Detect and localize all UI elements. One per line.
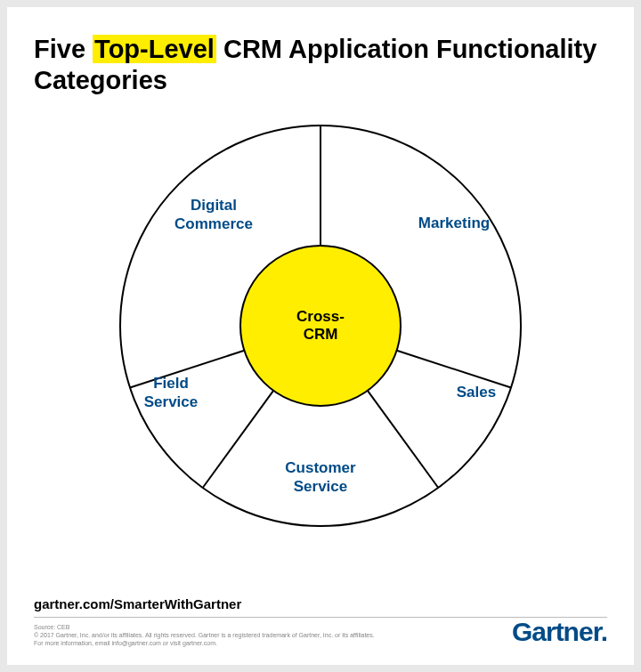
logo-text: Gartner: [512, 617, 601, 646]
footer-url: gartner.com/SmarterWithGartner: [34, 596, 607, 611]
footer-info: For more information, email info@gartner…: [34, 639, 408, 647]
page-title: Five Top-Level CRM Application Functiona…: [34, 34, 607, 96]
segment-field-service: FieldService: [144, 373, 199, 411]
logo-dot: .: [601, 617, 607, 646]
footer-copyright: © 2017 Gartner, Inc. and/or its affiliat…: [34, 631, 408, 639]
infographic-container: Five Top-Level CRM Application Functiona…: [7, 7, 634, 665]
title-pre: Five: [34, 35, 93, 63]
footer-source: Source: CEB: [34, 623, 408, 631]
diagram-wrap: Marketing Sales CustomerService FieldSer…: [34, 112, 607, 539]
center-label: Cross-CRM: [296, 307, 345, 344]
wheel-diagram: Marketing Sales CustomerService FieldSer…: [107, 112, 534, 539]
segment-customer-service: CustomerService: [285, 457, 355, 496]
segment-digital-commerce: DigitalCommerce: [174, 195, 253, 233]
title-highlight: Top-Level: [93, 35, 216, 63]
segment-sales: Sales: [457, 383, 496, 401]
footer-fine-print: Source: CEB © 2017 Gartner, Inc. and/or …: [34, 623, 408, 647]
footer: gartner.com/SmarterWithGartner Source: C…: [34, 596, 607, 647]
segment-marketing: Marketing: [418, 214, 490, 232]
gartner-logo: Gartner.: [512, 617, 607, 647]
